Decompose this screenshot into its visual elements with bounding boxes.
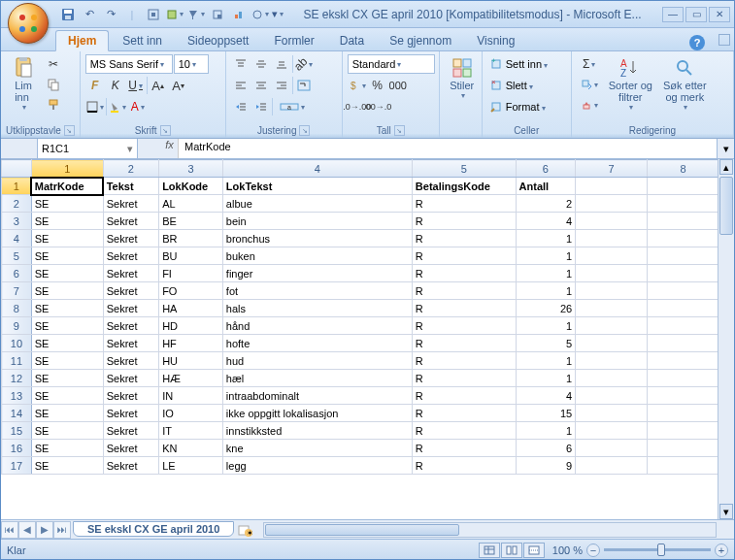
align-top-icon[interactable] [231, 54, 251, 74]
cell[interactable]: R [412, 265, 516, 282]
cell[interactable]: SE [31, 457, 103, 475]
cell[interactable]: R [412, 440, 516, 457]
cell[interactable]: SE [31, 247, 103, 265]
cell[interactable]: R [412, 195, 516, 213]
cell[interactable]: R [412, 317, 516, 335]
cell[interactable]: finger [222, 265, 412, 282]
cell[interactable]: 1 [516, 370, 576, 387]
cell[interactable]: Sekret [103, 247, 158, 265]
cell[interactable]: R [412, 405, 516, 422]
cell[interactable]: LokKode [159, 178, 223, 195]
cell[interactable] [576, 352, 648, 370]
close-button[interactable]: ✕ [709, 7, 730, 22]
border-button[interactable] [85, 97, 105, 116]
cell[interactable]: 2 [516, 195, 576, 213]
row-header[interactable]: 16 [2, 440, 32, 457]
col-header[interactable]: 2 [103, 160, 158, 178]
cell-styles-button[interactable]: Stiler [445, 54, 480, 102]
cell[interactable]: SE [31, 282, 103, 300]
view-pagelayout-icon[interactable] [501, 543, 522, 558]
cell[interactable]: SE [31, 300, 103, 317]
font-name-combo[interactable]: MS Sans Serif [85, 54, 173, 74]
vertical-scrollbar[interactable]: ▴ ▾ [718, 159, 734, 519]
cell[interactable] [576, 282, 648, 300]
cell[interactable]: LokTekst [222, 178, 412, 195]
cut-icon[interactable]: ✂ [44, 54, 63, 74]
grow-font-icon[interactable]: A▴ [149, 76, 168, 95]
align-left-icon[interactable] [231, 76, 251, 95]
cell[interactable]: HU [159, 352, 223, 370]
view-pagebreak-icon[interactable] [523, 543, 545, 558]
cell[interactable]: Sekret [103, 387, 158, 405]
cell[interactable]: BU [159, 247, 223, 265]
wrap-text-icon[interactable] [294, 76, 314, 95]
cell[interactable] [648, 230, 719, 247]
vscroll-thumb[interactable] [719, 177, 733, 235]
tab-nav-next[interactable]: ▶ [36, 521, 53, 539]
tab-nav-first[interactable]: ⏮ [1, 521, 18, 539]
scroll-down-icon[interactable]: ▾ [719, 504, 733, 519]
cell[interactable]: Sekret [103, 352, 158, 370]
cell[interactable]: Sekret [103, 440, 158, 457]
name-box[interactable]: R1C1 [38, 143, 123, 154]
row-header[interactable]: 13 [2, 387, 32, 405]
cell[interactable]: HD [159, 317, 223, 335]
cell[interactable]: SE [31, 440, 103, 457]
sort-filter-button[interactable]: AZ Sorter og filtrer [605, 54, 656, 114]
qat-btn-1[interactable] [145, 6, 162, 23]
font-size-combo[interactable]: 10 [174, 54, 209, 74]
cell[interactable] [576, 317, 648, 335]
cell[interactable]: SE [31, 422, 103, 440]
row-header[interactable]: 9 [2, 317, 32, 335]
cell[interactable]: 1 [516, 422, 576, 440]
cell[interactable]: FI [159, 265, 223, 282]
cell[interactable] [648, 422, 719, 440]
zoom-out-button[interactable]: − [586, 544, 600, 557]
cell[interactable]: Antall [516, 178, 576, 195]
number-launcher[interactable]: ↘ [394, 125, 405, 136]
cell[interactable]: SE [31, 387, 103, 405]
delete-cells-icon[interactable]: × [487, 76, 505, 95]
save-icon[interactable] [59, 6, 77, 23]
cell[interactable]: R [412, 230, 516, 247]
col-header[interactable]: 1 [31, 160, 103, 178]
cell[interactable]: kne [222, 440, 412, 457]
percent-format-icon[interactable]: % [368, 76, 387, 95]
zoom-level[interactable]: 100 % [552, 544, 583, 556]
cell[interactable]: R [412, 370, 516, 387]
delete-cells-label[interactable]: Slett [506, 80, 533, 91]
cell[interactable]: 1 [516, 282, 576, 300]
cell[interactable] [648, 440, 719, 457]
cell[interactable]: FO [159, 282, 223, 300]
cell[interactable]: SE [31, 317, 103, 335]
qat-more[interactable]: ▾ [273, 6, 283, 23]
cell[interactable]: Sekret [103, 335, 158, 352]
cell[interactable]: Sekret [103, 370, 158, 387]
row-header[interactable]: 10 [2, 335, 32, 352]
cell[interactable]: MatrKode [31, 178, 103, 195]
cell[interactable]: IT [159, 422, 223, 440]
cell[interactable]: hånd [222, 317, 412, 335]
cell[interactable]: hofte [222, 335, 412, 352]
font-launcher[interactable]: ↘ [160, 125, 171, 136]
cell[interactable]: SE [31, 195, 103, 213]
redo-icon[interactable]: ↷ [102, 6, 119, 23]
cell[interactable]: Sekret [103, 405, 158, 422]
cell[interactable]: hals [222, 300, 412, 317]
find-select-button[interactable]: Søk etter og merk [659, 54, 711, 114]
hscroll-thumb[interactable] [265, 524, 459, 536]
minimize-button[interactable]: — [662, 7, 684, 22]
fx-icon[interactable]: fx [161, 139, 179, 158]
view-normal-icon[interactable] [479, 543, 500, 558]
cell[interactable]: R [412, 352, 516, 370]
cell[interactable] [648, 405, 719, 422]
grid-scroll[interactable]: 123456781MatrKodeTekstLokKodeLokTekstBet… [1, 159, 734, 519]
cell[interactable] [648, 213, 719, 230]
cell[interactable]: 26 [516, 300, 576, 317]
decrease-decimal-icon[interactable]: .00→.0 [368, 97, 387, 116]
cell[interactable]: BR [159, 230, 223, 247]
cell[interactable] [576, 387, 648, 405]
cell[interactable]: 1 [516, 265, 576, 282]
cell[interactable]: Sekret [103, 457, 158, 475]
cell[interactable] [648, 265, 719, 282]
